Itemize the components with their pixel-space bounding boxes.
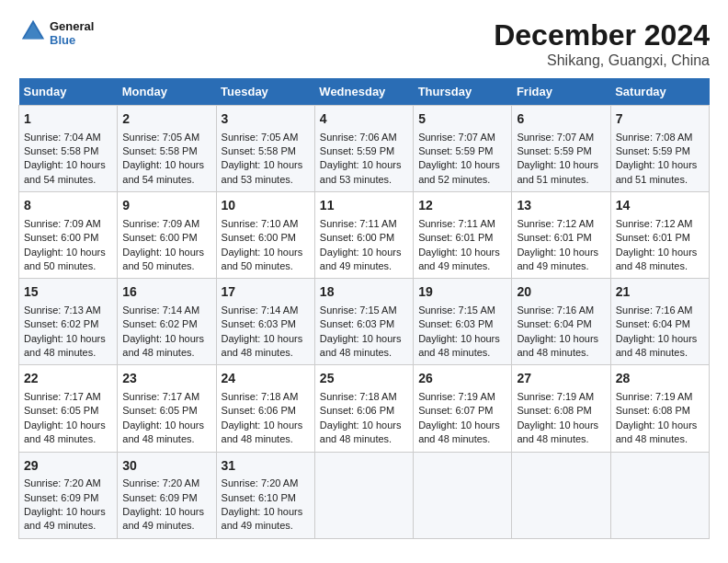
calendar-row: 29 Sunrise: 7:20 AM Sunset: 6:09 PM Dayl…: [19, 452, 710, 538]
col-saturday: Saturday: [610, 78, 709, 106]
daylight-text: Daylight: 10 hours and 48 minutes.: [320, 419, 402, 444]
header-row: Sunday Monday Tuesday Wednesday Thursday…: [19, 78, 710, 106]
daylight-text: Daylight: 10 hours and 53 minutes.: [320, 159, 402, 184]
logo: General Blue: [18, 18, 94, 48]
sunset-text: Sunset: 5:59 PM: [320, 145, 394, 156]
day-number: 10: [222, 197, 310, 215]
calendar-cell: [414, 452, 512, 538]
daylight-text: Daylight: 10 hours and 49 minutes.: [24, 506, 106, 531]
sunrise-text: Sunrise: 7:13 AM: [24, 304, 101, 316]
calendar-cell: 3 Sunrise: 7:05 AM Sunset: 5:58 PM Dayli…: [216, 106, 314, 192]
sunset-text: Sunset: 6:01 PM: [616, 232, 690, 243]
sunrise-text: Sunrise: 7:04 AM: [24, 132, 101, 143]
sunset-text: Sunset: 6:08 PM: [517, 405, 591, 416]
sunrise-text: Sunrise: 7:07 AM: [517, 132, 594, 143]
calendar-cell: 9 Sunrise: 7:09 AM Sunset: 6:00 PM Dayli…: [118, 192, 216, 279]
calendar-cell: 11 Sunrise: 7:11 AM Sunset: 6:00 PM Dayl…: [314, 192, 413, 279]
daylight-text: Daylight: 10 hours and 48 minutes.: [517, 333, 598, 358]
day-number: 17: [222, 283, 310, 302]
day-number: 1: [24, 110, 112, 129]
daylight-text: Daylight: 10 hours and 48 minutes.: [24, 333, 106, 358]
day-number: 2: [122, 110, 210, 129]
sunset-text: Sunset: 6:07 PM: [418, 405, 493, 416]
daylight-text: Daylight: 10 hours and 53 minutes.: [222, 159, 303, 184]
sunset-text: Sunset: 6:05 PM: [122, 405, 197, 416]
sunset-text: Sunset: 6:03 PM: [320, 318, 394, 329]
day-number: 6: [517, 110, 605, 129]
sunset-text: Sunset: 5:58 PM: [222, 145, 296, 156]
sunrise-text: Sunrise: 7:19 AM: [418, 391, 495, 402]
col-thursday: Thursday: [414, 78, 512, 106]
daylight-text: Daylight: 10 hours and 48 minutes.: [418, 333, 500, 358]
sunset-text: Sunset: 6:09 PM: [122, 492, 197, 503]
calendar-cell: 29 Sunrise: 7:20 AM Sunset: 6:09 PM Dayl…: [19, 452, 118, 538]
svg-marker-1: [24, 24, 43, 40]
day-number: 24: [222, 370, 310, 388]
sunset-text: Sunset: 6:02 PM: [122, 318, 197, 329]
sunset-text: Sunset: 6:06 PM: [222, 405, 296, 416]
sunrise-text: Sunrise: 7:19 AM: [517, 391, 594, 402]
calendar-cell: 18 Sunrise: 7:15 AM Sunset: 6:03 PM Dayl…: [314, 279, 413, 365]
calendar-cell: 10 Sunrise: 7:10 AM Sunset: 6:00 PM Dayl…: [216, 192, 314, 279]
calendar-cell: 13 Sunrise: 7:12 AM Sunset: 6:01 PM Dayl…: [512, 192, 610, 279]
daylight-text: Daylight: 10 hours and 49 minutes.: [122, 506, 204, 531]
day-number: 5: [418, 110, 506, 129]
col-sunday: Sunday: [19, 78, 118, 106]
sunrise-text: Sunrise: 7:05 AM: [122, 132, 199, 143]
sunrise-text: Sunrise: 7:10 AM: [222, 218, 299, 229]
calendar-cell: 1 Sunrise: 7:04 AM Sunset: 5:58 PM Dayli…: [19, 106, 118, 192]
sunrise-text: Sunrise: 7:12 AM: [616, 218, 693, 229]
day-number: 11: [320, 197, 408, 215]
sunrise-text: Sunrise: 7:09 AM: [24, 218, 101, 229]
sunset-text: Sunset: 6:02 PM: [24, 318, 98, 329]
sunrise-text: Sunrise: 7:14 AM: [222, 304, 299, 316]
sunset-text: Sunset: 6:05 PM: [24, 405, 98, 416]
daylight-text: Daylight: 10 hours and 48 minutes.: [616, 333, 698, 358]
day-number: 18: [320, 283, 408, 302]
sunset-text: Sunset: 5:58 PM: [24, 145, 98, 156]
sunset-text: Sunset: 6:00 PM: [24, 232, 98, 243]
day-number: 25: [320, 370, 408, 388]
calendar-cell: 21 Sunrise: 7:16 AM Sunset: 6:04 PM Dayl…: [610, 279, 709, 365]
calendar-cell: 17 Sunrise: 7:14 AM Sunset: 6:03 PM Dayl…: [216, 279, 314, 365]
calendar-cell: 7 Sunrise: 7:08 AM Sunset: 5:59 PM Dayli…: [610, 106, 709, 192]
sunset-text: Sunset: 6:10 PM: [222, 492, 296, 503]
calendar-cell: [512, 452, 610, 538]
sunrise-text: Sunrise: 7:20 AM: [222, 477, 299, 488]
day-number: 16: [122, 283, 210, 302]
calendar-row: 22 Sunrise: 7:17 AM Sunset: 6:05 PM Dayl…: [19, 365, 710, 452]
calendar-cell: 25 Sunrise: 7:18 AM Sunset: 6:06 PM Dayl…: [314, 365, 413, 452]
sunrise-text: Sunrise: 7:20 AM: [122, 477, 199, 488]
sunset-text: Sunset: 6:00 PM: [222, 232, 296, 243]
daylight-text: Daylight: 10 hours and 52 minutes.: [418, 159, 500, 184]
sunrise-text: Sunrise: 7:15 AM: [418, 304, 495, 316]
day-number: 26: [418, 370, 506, 388]
sunrise-text: Sunrise: 7:11 AM: [320, 218, 397, 229]
daylight-text: Daylight: 10 hours and 48 minutes.: [222, 419, 303, 444]
day-number: 4: [320, 110, 408, 129]
page-subtitle: Shikang, Guangxi, China: [494, 52, 710, 69]
sunrise-text: Sunrise: 7:17 AM: [24, 391, 101, 402]
daylight-text: Daylight: 10 hours and 49 minutes.: [418, 247, 500, 271]
sunrise-text: Sunrise: 7:17 AM: [122, 391, 199, 402]
sunset-text: Sunset: 5:59 PM: [517, 145, 591, 156]
calendar-row: 1 Sunrise: 7:04 AM Sunset: 5:58 PM Dayli…: [19, 106, 710, 192]
daylight-text: Daylight: 10 hours and 48 minutes.: [222, 333, 303, 358]
day-number: 15: [24, 283, 112, 302]
daylight-text: Daylight: 10 hours and 54 minutes.: [122, 159, 204, 184]
title-block: December 2024 Shikang, Guangxi, China: [494, 18, 710, 69]
day-number: 28: [616, 370, 704, 388]
calendar-cell: 8 Sunrise: 7:09 AM Sunset: 6:00 PM Dayli…: [19, 192, 118, 279]
calendar-row: 15 Sunrise: 7:13 AM Sunset: 6:02 PM Dayl…: [19, 279, 710, 365]
sunrise-text: Sunrise: 7:07 AM: [418, 132, 495, 143]
logo-icon: [20, 18, 46, 44]
calendar-row: 8 Sunrise: 7:09 AM Sunset: 6:00 PM Dayli…: [19, 192, 710, 279]
sunset-text: Sunset: 6:01 PM: [517, 232, 591, 243]
calendar-table: Sunday Monday Tuesday Wednesday Thursday…: [18, 78, 710, 539]
sunrise-text: Sunrise: 7:15 AM: [320, 304, 397, 316]
daylight-text: Daylight: 10 hours and 50 minutes.: [24, 247, 106, 271]
calendar-cell: [610, 452, 709, 538]
sunrise-text: Sunrise: 7:18 AM: [222, 391, 299, 402]
daylight-text: Daylight: 10 hours and 48 minutes.: [122, 333, 204, 358]
day-number: 9: [122, 197, 210, 215]
